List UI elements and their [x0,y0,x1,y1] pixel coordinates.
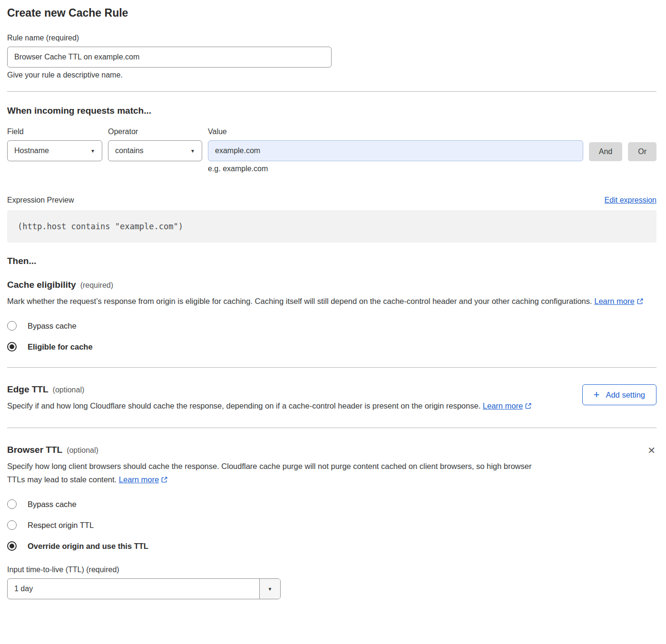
radio-option-eligible-for-cache[interactable]: Eligible for cache [7,342,656,351]
expression-preview-label: Expression Preview [7,196,74,205]
cache-eligibility-heading: Cache eligibility (required) [7,280,656,290]
operator-select-value: contains [115,146,144,155]
radio-option-label: Respect origin TTL [28,521,94,530]
match-heading: When incoming requests match... [7,106,656,116]
operator-column: Operator contains ▼ [108,127,202,161]
rule-name-input[interactable] [7,47,332,68]
radio-option-label: Bypass cache [28,500,77,509]
radio-icon[interactable] [7,520,17,530]
radio-selected-icon[interactable] [7,541,17,551]
edge-ttl-content: Edge TTL (optional) Specify if and how l… [7,384,582,413]
radio-icon[interactable] [7,499,17,509]
cache-eligibility-learn-more-link[interactable]: Learn more [594,297,634,305]
create-cache-rule-form: Create new Cache Rule Rule name (require… [0,0,666,608]
ttl-select-value: 1 day [8,579,259,599]
ttl-input-label: Input time-to-live (TTL) (required) [7,566,646,574]
plus-icon: + [594,390,600,400]
radio-selected-icon[interactable] [7,342,17,351]
field-column: Field Hostname ▼ [7,127,102,161]
value-input[interactable] [208,140,583,161]
chevron-down-icon: ▼ [90,148,95,154]
value-label: Value [208,127,583,136]
external-link-icon [637,295,644,309]
edge-ttl-section: Edge TTL (optional) Specify if and how l… [7,384,656,413]
operator-select[interactable]: contains ▼ [108,140,202,161]
add-setting-button[interactable]: + Add setting [582,384,656,405]
divider [7,91,656,92]
edit-expression-link[interactable]: Edit expression [605,196,656,205]
browser-ttl-learn-more-link[interactable]: Learn more [119,475,159,484]
edge-ttl-learn-more-link[interactable]: Learn more [483,401,523,410]
browser-ttl-qualifier: (optional) [67,446,98,455]
external-link-icon [525,400,532,413]
condition-row: Field Hostname ▼ Operator contains ▼ Val… [7,127,656,173]
expression-preview-row: Expression Preview Edit expression [7,196,656,205]
and-button[interactable]: And [589,142,622,161]
add-setting-label: Add setting [606,390,645,400]
field-select[interactable]: Hostname ▼ [7,140,102,161]
divider [7,428,656,428]
radio-option-bypass-cache-browser[interactable]: Bypass cache [7,499,646,509]
chevron-down-icon: ▼ [190,148,195,154]
browser-ttl-title: Browser TTL [7,445,62,455]
radio-icon[interactable] [7,321,17,331]
ttl-select-arrow[interactable]: ▼ [259,579,280,599]
ttl-select[interactable]: 1 day ▼ [7,578,281,599]
edge-ttl-description-text: Specify if and how long Cloudflare shoul… [7,401,480,410]
field-label: Field [7,127,102,136]
radio-option-override-origin-ttl[interactable]: Override origin and use this TTL [7,541,646,551]
radio-option-label: Override origin and use this TTL [28,542,148,551]
browser-ttl-content: Browser TTL (optional) Specify how long … [7,445,646,599]
radio-option-bypass-cache[interactable]: Bypass cache [7,321,656,331]
browser-ttl-heading: Browser TTL (optional) [7,445,646,455]
cache-eligibility-title: Cache eligibility [7,280,76,290]
radio-option-label: Eligible for cache [28,342,93,351]
value-column: Value e.g. example.com [208,127,583,173]
value-help: e.g. example.com [208,165,583,173]
rule-name-help: Give your rule a descriptive name. [7,71,656,79]
page-title: Create new Cache Rule [7,7,656,20]
expression-preview-box: (http.host contains "example.com") [7,210,656,243]
or-button[interactable]: Or [628,142,656,161]
divider [7,367,656,368]
edge-ttl-title: Edge TTL [7,384,49,395]
rule-name-label: Rule name (required) [7,34,656,42]
browser-ttl-section: Browser TTL (optional) Specify how long … [7,445,656,599]
edge-ttl-qualifier: (optional) [53,386,85,394]
operator-label: Operator [108,127,202,136]
edge-ttl-heading: Edge TTL (optional) [7,384,582,395]
chevron-down-icon: ▼ [268,586,273,592]
cache-eligibility-description: Mark whether the request’s response from… [7,294,656,309]
cache-eligibility-description-text: Mark whether the request’s response from… [7,297,592,305]
radio-option-respect-origin-ttl[interactable]: Respect origin TTL [7,520,646,530]
field-select-value: Hostname [14,146,49,155]
external-link-icon [161,474,168,487]
close-icon[interactable]: ✕ [646,445,656,456]
cache-eligibility-qualifier: (required) [80,281,113,290]
then-heading: Then... [7,256,656,266]
browser-ttl-description: Specify how long client browsers should … [7,459,533,487]
radio-option-label: Bypass cache [28,322,77,331]
edge-ttl-description: Specify if and how long Cloudflare shoul… [7,399,533,413]
browser-ttl-description-text: Specify how long client browsers should … [7,462,531,484]
